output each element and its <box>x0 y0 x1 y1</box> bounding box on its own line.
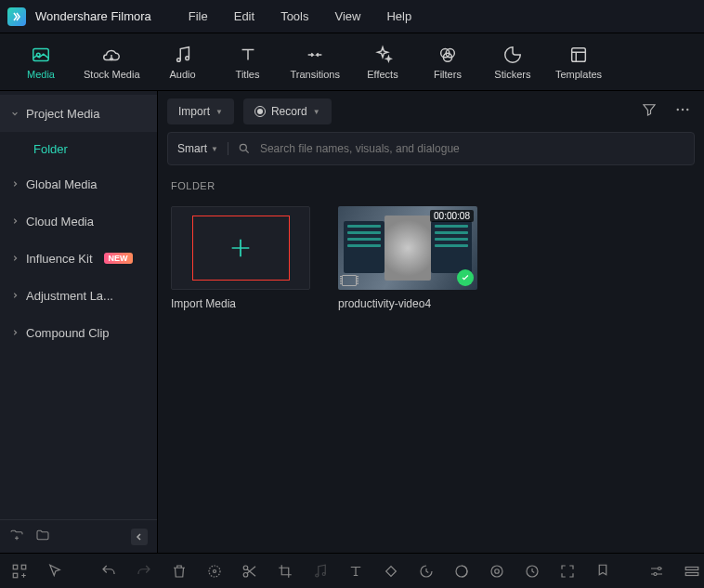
svg-point-8 <box>677 109 679 111</box>
sidebar-item-influence-kit[interactable]: Influence Kit NEW <box>0 240 157 277</box>
svg-point-11 <box>240 144 246 150</box>
track-icon[interactable] <box>684 562 700 581</box>
chevron-right-icon <box>11 329 19 336</box>
folder-icon[interactable] <box>35 528 50 546</box>
menu-view[interactable]: View <box>334 9 360 23</box>
search-bar[interactable]: Smart▼ <box>167 132 695 165</box>
chevron-right-icon <box>11 180 19 188</box>
svg-point-27 <box>654 572 657 575</box>
sparkle-icon <box>372 45 393 65</box>
chevron-right-icon <box>11 217 19 225</box>
chevron-left-icon <box>135 532 144 542</box>
svg-point-20 <box>322 572 325 575</box>
audio-beat-icon[interactable] <box>312 562 329 581</box>
media-icon <box>31 45 51 65</box>
adjust-icon[interactable] <box>489 562 505 581</box>
section-heading: FOLDER <box>158 173 704 199</box>
record-button[interactable]: Record▼ <box>243 98 332 124</box>
svg-point-16 <box>214 569 216 572</box>
marker-icon[interactable] <box>594 562 611 581</box>
search-icon <box>238 142 251 155</box>
tab-titles[interactable]: Titles <box>226 45 270 80</box>
tab-stock-media[interactable]: Stock Media <box>84 45 140 80</box>
menu-file[interactable]: File <box>189 9 208 23</box>
tab-effects[interactable]: Effects <box>360 45 405 80</box>
sidebar-footer <box>0 519 157 553</box>
sidebar: Project Media Folder Global Media Cloud … <box>0 91 158 553</box>
tab-filters[interactable]: Filters <box>425 45 470 80</box>
svg-point-2 <box>176 58 180 61</box>
music-note-icon <box>173 45 193 65</box>
svg-point-10 <box>686 109 688 111</box>
svg-rect-21 <box>386 566 397 576</box>
card-label: Import Media <box>171 297 310 310</box>
color-icon[interactable] <box>453 562 470 581</box>
cloud-download-icon <box>101 45 122 65</box>
svg-point-26 <box>658 567 661 569</box>
chevron-down-icon: ▼ <box>215 108 223 116</box>
keyframe-icon[interactable] <box>383 562 399 581</box>
timeline-toolbar <box>0 553 704 588</box>
collapse-sidebar-button[interactable] <box>131 529 148 545</box>
svg-point-23 <box>491 566 502 577</box>
expand-icon[interactable] <box>559 562 576 581</box>
record-dot-icon <box>254 106 266 117</box>
ai-tool-icon[interactable] <box>206 562 223 581</box>
ribbon-tabs: Media Stock Media Audio Titles Transitio… <box>0 33 704 91</box>
svg-rect-0 <box>33 48 49 60</box>
more-options-icon[interactable] <box>671 98 695 125</box>
filters-icon <box>437 45 458 65</box>
sliders-icon[interactable] <box>648 562 665 581</box>
main-toolbar: Import▼ Record▼ <box>158 91 704 132</box>
search-input[interactable] <box>260 142 684 155</box>
crop-icon[interactable] <box>277 562 293 581</box>
tab-audio[interactable]: Audio <box>161 45 205 80</box>
sidebar-item-cloud-media[interactable]: Cloud Media <box>0 203 157 240</box>
video-thumbnail[interactable]: 00:00:08 <box>338 206 477 290</box>
svg-rect-13 <box>13 573 18 578</box>
new-badge: NEW <box>104 253 133 264</box>
menu-help[interactable]: Help <box>386 9 411 23</box>
sidebar-item-adjustment-layer[interactable]: Adjustment La... <box>0 277 157 314</box>
tab-media[interactable]: Media <box>19 45 63 80</box>
delete-icon[interactable] <box>171 562 188 581</box>
svg-point-19 <box>316 574 319 577</box>
tab-templates[interactable]: Templates <box>555 45 602 80</box>
cursor-icon[interactable] <box>46 562 63 581</box>
sidebar-item-project-media[interactable]: Project Media <box>0 95 157 132</box>
menu-edit[interactable]: Edit <box>234 9 254 23</box>
media-grid: Import Media 00:00:08 productivity-video… <box>158 199 704 318</box>
menu-bar: File Edit Tools View Help <box>189 9 411 23</box>
sidebar-sub-folder[interactable]: Folder <box>0 132 157 165</box>
media-card[interactable]: 00:00:08 productivity-video4 <box>338 206 477 310</box>
sidebar-item-global-media[interactable]: Global Media <box>0 165 157 203</box>
svg-rect-14 <box>21 565 26 569</box>
checkmark-icon <box>457 269 474 286</box>
undo-icon[interactable] <box>100 562 117 581</box>
filter-icon[interactable] <box>637 98 661 125</box>
redo-icon[interactable] <box>136 562 152 581</box>
import-button[interactable]: Import▼ <box>167 98 234 124</box>
tab-transitions[interactable]: Transitions <box>291 45 340 80</box>
card-label: productivity-video4 <box>338 297 477 310</box>
import-media-card[interactable]: Import Media <box>171 206 310 310</box>
split-icon[interactable] <box>241 562 258 581</box>
app-title: Wondershare Filmora <box>35 9 151 23</box>
sidebar-item-compound-clip[interactable]: Compound Clip <box>0 314 157 351</box>
new-folder-icon[interactable] <box>9 528 24 546</box>
templates-icon <box>568 45 589 65</box>
svg-rect-7 <box>572 47 586 61</box>
smart-dropdown[interactable]: Smart▼ <box>177 142 228 155</box>
tab-stickers[interactable]: Stickers <box>490 45 535 80</box>
import-thumbnail[interactable] <box>171 206 310 290</box>
duration-badge: 00:00:08 <box>430 210 474 222</box>
speed-down-icon[interactable] <box>418 562 435 581</box>
svg-point-24 <box>495 568 500 573</box>
text-tool-icon[interactable] <box>347 562 364 581</box>
menu-tools[interactable]: Tools <box>280 9 308 23</box>
svg-rect-12 <box>13 565 18 569</box>
filmstrip-icon <box>342 275 357 286</box>
sticker-icon <box>502 45 523 65</box>
grid-add-icon[interactable] <box>11 562 28 581</box>
speed-icon[interactable] <box>524 562 541 581</box>
